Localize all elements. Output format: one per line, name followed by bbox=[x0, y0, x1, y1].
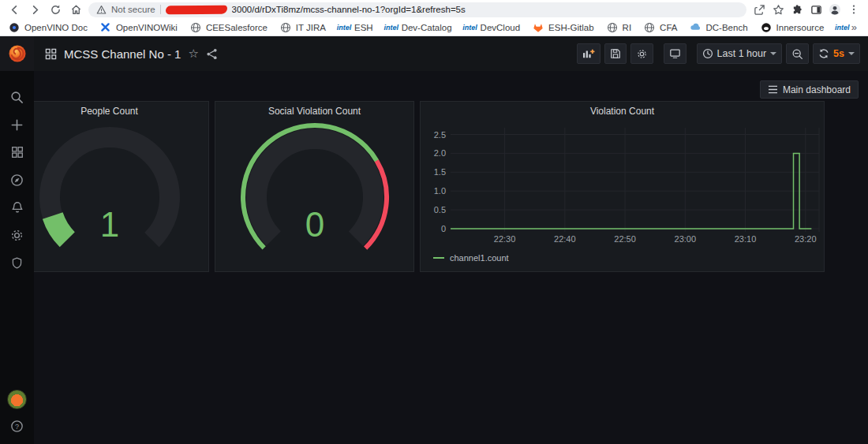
globe-icon bbox=[279, 21, 292, 34]
social-violation-gauge: 0 bbox=[220, 120, 410, 262]
add-panel-button[interactable] bbox=[577, 43, 600, 64]
dashboard-settings-button[interactable] bbox=[630, 43, 653, 64]
panel-violation-count: Violation Count 00.51.01.52.02.522:3022:… bbox=[420, 101, 825, 272]
x-tick-label: 23:10 bbox=[735, 234, 757, 244]
x-tick-label: 23:00 bbox=[675, 234, 697, 244]
panel-title[interactable]: Social Violation Count bbox=[215, 102, 413, 120]
browser-menu-icon[interactable] bbox=[846, 2, 862, 17]
bookmark-label: Innersource bbox=[776, 23, 825, 32]
gauge-value: 0 bbox=[305, 205, 324, 244]
time-range-label: Last 1 hour bbox=[717, 48, 767, 59]
bookmark-label: DC-Bench bbox=[705, 23, 747, 32]
pill-divider bbox=[160, 5, 161, 14]
configuration-gear-icon[interactable] bbox=[9, 226, 26, 244]
gitlab-icon bbox=[532, 21, 544, 34]
side-panel-icon[interactable] bbox=[808, 2, 824, 17]
svg-text:?: ? bbox=[15, 422, 19, 430]
panel-title[interactable]: Violation Count bbox=[421, 102, 824, 120]
globe-icon bbox=[606, 21, 619, 34]
bookmark-item[interactable]: Innersource bbox=[760, 21, 825, 34]
user-avatar[interactable] bbox=[7, 390, 27, 409]
bookmark-item[interactable]: DC-Bench bbox=[689, 21, 747, 34]
bookmark-label: ESH-Gitlab bbox=[548, 23, 594, 32]
time-range-picker[interactable]: Last 1 hour bbox=[697, 43, 783, 64]
bookmark-item[interactable]: OpenVINO Doc bbox=[8, 21, 88, 34]
tv-mode-button[interactable] bbox=[664, 43, 687, 64]
main-dashboard-button[interactable]: Main dashboard bbox=[760, 80, 859, 99]
back-button[interactable] bbox=[6, 2, 22, 17]
chevron-down-icon bbox=[848, 52, 855, 55]
y-tick-label: 0.5 bbox=[434, 205, 446, 215]
save-dashboard-button[interactable] bbox=[604, 43, 627, 64]
globe-icon bbox=[643, 21, 656, 34]
y-tick-label: 2.5 bbox=[434, 130, 446, 140]
legend-item[interactable]: channel1.count bbox=[433, 253, 821, 263]
bookmarks-bar: OpenVINO DocOpenVINOWikiCEESalesforceIT … bbox=[0, 19, 868, 36]
panel-people-count: People Count 1 bbox=[9, 101, 209, 272]
bookmark-item[interactable]: intelESH bbox=[338, 21, 373, 34]
share-icon[interactable] bbox=[751, 2, 767, 17]
y-tick-label: 0 bbox=[441, 224, 446, 233]
url-field[interactable]: Not secure 3000/d/rDxTi8mz/mcss-channel-… bbox=[88, 2, 746, 17]
main-dashboard-label: Main dashboard bbox=[783, 84, 851, 95]
security-label: Not secure bbox=[111, 5, 155, 14]
forward-button[interactable] bbox=[27, 2, 43, 17]
refresh-interval-label: 5s bbox=[833, 48, 844, 59]
search-icon[interactable] bbox=[9, 88, 26, 106]
confluence-x-icon bbox=[99, 21, 112, 34]
chevron-down-icon bbox=[770, 52, 776, 55]
people-count-gauge: 1 bbox=[15, 120, 204, 262]
bookmark-label: OpenVINO Doc bbox=[24, 23, 88, 32]
bookmark-label: RI bbox=[623, 23, 632, 32]
github-icon bbox=[760, 21, 773, 34]
bookmark-item[interactable]: intelSDLE Home bbox=[836, 21, 851, 34]
panel-social-violation-count: Social Violation Count 0 bbox=[215, 101, 414, 272]
gauge-value: 1 bbox=[99, 205, 118, 244]
explore-compass-icon[interactable] bbox=[9, 171, 26, 188]
not-secure-warning-icon bbox=[96, 5, 107, 15]
bookmark-item[interactable]: IT JIRA bbox=[279, 21, 326, 34]
series-label: channel1.count bbox=[450, 253, 509, 263]
profile-avatar-icon[interactable] bbox=[827, 2, 843, 17]
alerting-bell-icon[interactable] bbox=[9, 199, 26, 216]
bookmark-item[interactable]: RI bbox=[606, 21, 632, 34]
zoom-out-button[interactable] bbox=[786, 43, 809, 64]
dashboards-grid-icon[interactable] bbox=[9, 144, 26, 161]
panel-title[interactable]: People Count bbox=[10, 102, 208, 120]
bookmark-item[interactable]: intelDev-Catalog bbox=[385, 21, 452, 34]
openvino-icon bbox=[8, 21, 21, 34]
grafana-logo[interactable] bbox=[0, 36, 34, 71]
x-tick-label: 22:30 bbox=[494, 234, 516, 244]
hamburger-icon bbox=[768, 85, 778, 94]
bookmark-label: CEESalesforce bbox=[206, 23, 268, 32]
help-icon[interactable]: ? bbox=[9, 417, 26, 435]
y-tick-label: 1.5 bbox=[434, 167, 446, 177]
home-button[interactable] bbox=[68, 2, 84, 17]
violation-count-chart: 00.51.01.52.02.522:3022:4022:5023:0023:1… bbox=[425, 121, 821, 249]
bookmarks-overflow-chevron[interactable]: » bbox=[851, 21, 860, 33]
x-tick-label: 22:50 bbox=[614, 234, 636, 244]
cloud-icon bbox=[689, 21, 702, 34]
share-dashboard-icon[interactable] bbox=[206, 48, 218, 60]
bookmark-label: CFA bbox=[660, 23, 677, 32]
bookmark-item[interactable]: ESH-Gitlab bbox=[532, 21, 594, 34]
bookmark-label: DevCloud bbox=[481, 23, 521, 32]
grafana-app: ? MCSS Channel No - 1 ☆ bbox=[0, 36, 868, 444]
intel-icon: intel bbox=[836, 21, 848, 34]
reload-button[interactable] bbox=[47, 2, 63, 17]
bookmark-item[interactable]: intelDevCloud bbox=[464, 21, 521, 34]
star-dashboard-icon[interactable]: ☆ bbox=[188, 47, 198, 61]
bookmark-item[interactable]: CEESalesforce bbox=[189, 21, 268, 34]
redacted-host bbox=[166, 5, 227, 14]
intel-icon: intel bbox=[464, 21, 477, 34]
bookmark-label: ESH bbox=[354, 23, 373, 32]
bookmark-item[interactable]: OpenVINOWiki bbox=[99, 21, 178, 34]
bookmark-item[interactable]: CFA bbox=[643, 21, 677, 34]
bookmark-star-icon[interactable] bbox=[770, 2, 786, 17]
dashboard-title[interactable]: MCSS Channel No - 1 bbox=[64, 47, 181, 61]
extensions-icon[interactable] bbox=[789, 2, 805, 17]
refresh-button[interactable]: 5s bbox=[813, 43, 860, 64]
x-tick-label: 22:40 bbox=[554, 234, 576, 244]
create-plus-icon[interactable] bbox=[9, 116, 26, 133]
server-admin-shield-icon[interactable] bbox=[9, 254, 26, 271]
